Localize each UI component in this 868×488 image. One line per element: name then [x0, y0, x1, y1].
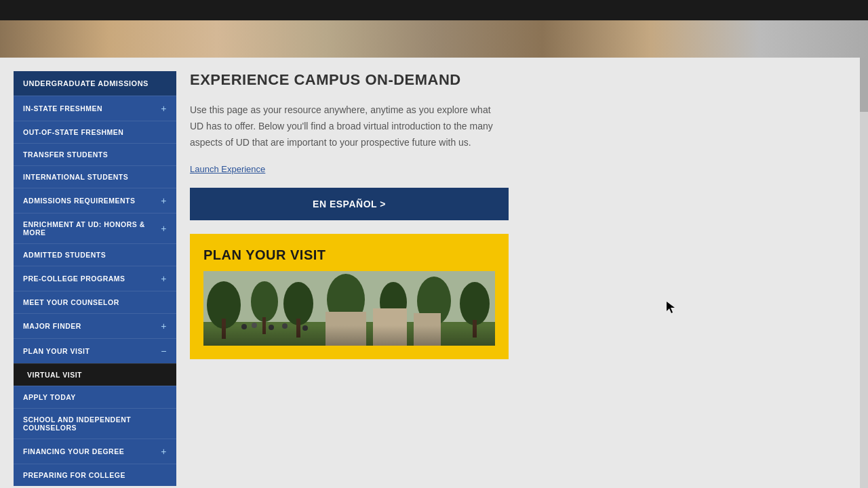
- sidebar-item-label: MAJOR FINDER: [23, 322, 81, 330]
- main-content: UNDERGRADUATE ADMISSIONS IN-STATE FRESHM…: [0, 58, 868, 488]
- sidebar-item-label: TRANSFER STUDENTS: [23, 150, 108, 159]
- sidebar-item-apply-today[interactable]: APPLY TODAY: [14, 386, 176, 408]
- sidebar: UNDERGRADUATE ADMISSIONS IN-STATE FRESHM…: [14, 71, 176, 488]
- sidebar-item-pre-college[interactable]: PRE-COLLEGE PROGRAMS +: [14, 266, 176, 291]
- scrollbar-thumb[interactable]: [860, 58, 868, 112]
- content-area: EXPERIENCE CAMPUS ON-DEMAND Use this pag…: [190, 71, 854, 488]
- minus-icon: −: [161, 346, 167, 357]
- sidebar-item-label: PLAN YOUR VISIT: [23, 347, 90, 355]
- svg-rect-25: [203, 271, 495, 346]
- sidebar-item-financing[interactable]: FINANCING YOUR DEGREE +: [14, 439, 176, 464]
- plus-icon: +: [161, 103, 167, 114]
- scrollbar[interactable]: [860, 58, 868, 488]
- sidebar-item-out-of-state-freshmen[interactable]: OUT-OF-STATE FRESHMEN: [14, 121, 176, 143]
- sidebar-item-enrichment[interactable]: ENRICHMENT AT UD: HONORS & MORE +: [14, 213, 176, 243]
- sidebar-item-label: PREPARING FOR COLLEGE: [23, 471, 125, 479]
- espanol-button[interactable]: EN ESPAÑOL >: [190, 188, 509, 220]
- sidebar-item-label: PRE-COLLEGE PROGRAMS: [23, 274, 125, 283]
- page-title: EXPERIENCE CAMPUS ON-DEMAND: [190, 71, 854, 89]
- header-image: [0, 20, 868, 58]
- sidebar-item-label: SCHOOL AND INDEPENDENT COUNSELORS: [23, 415, 167, 432]
- sidebar-item-transfer-students[interactable]: TRANSFER STUDENTS: [14, 143, 176, 165]
- sidebar-item-preparing[interactable]: PREPARING FOR COLLEGE: [14, 464, 176, 486]
- sidebar-item-label: APPLY TODAY: [23, 393, 76, 401]
- sidebar-item-label: ADMISSIONS REQUIREMENTS: [23, 197, 136, 205]
- sidebar-item-label: INTERNATIONAL STUDENTS: [23, 173, 128, 181]
- sidebar-item-in-state-freshmen[interactable]: IN-STATE FRESHMEN +: [14, 96, 176, 121]
- launch-experience-link[interactable]: Launch Experience: [190, 164, 854, 174]
- svg-point-24: [302, 325, 308, 331]
- plus-icon: +: [161, 223, 167, 234]
- svg-point-22: [269, 325, 274, 330]
- sidebar-item-label: OUT-OF-STATE FRESHMEN: [23, 128, 123, 136]
- sidebar-item-label: IN-STATE FRESHMEN: [23, 104, 102, 113]
- sidebar-item-major-finder[interactable]: MAJOR FINDER +: [14, 313, 176, 338]
- sidebar-title[interactable]: UNDERGRADUATE ADMISSIONS: [14, 71, 176, 96]
- sidebar-item-international-students[interactable]: INTERNATIONAL STUDENTS: [14, 165, 176, 188]
- plan-visit-title: PLAN YOUR VISIT: [203, 247, 495, 263]
- sidebar-item-school-counselors[interactable]: SCHOOL AND INDEPENDENT COUNSELORS: [14, 408, 176, 439]
- sidebar-item-label: ENRICHMENT AT UD: HONORS & MORE: [23, 220, 161, 237]
- sidebar-item-admissions-requirements[interactable]: ADMISSIONS REQUIREMENTS +: [14, 188, 176, 213]
- sidebar-item-plan-your-visit[interactable]: PLAN YOUR VISIT −: [14, 338, 176, 363]
- campus-image: [203, 271, 495, 346]
- plus-icon: +: [161, 321, 167, 331]
- sidebar-item-label: FINANCING YOUR DEGREE: [23, 447, 124, 455]
- sidebar-item-admitted-students[interactable]: ADMITTED STUDENTS: [14, 243, 176, 266]
- plan-visit-card: PLAN YOUR VISIT: [190, 234, 509, 359]
- svg-point-20: [241, 324, 247, 329]
- sidebar-item-label: ADMITTED STUDENTS: [23, 251, 106, 259]
- plus-icon: +: [161, 195, 167, 206]
- description-text: Use this page as your resource anywhere,…: [190, 102, 502, 150]
- sidebar-item-label: VIRTUAL VISIT: [27, 371, 82, 379]
- plus-icon: +: [161, 273, 167, 284]
- top-bar: [0, 0, 868, 20]
- sidebar-item-meet-counselor[interactable]: MEET YOUR COUNSELOR: [14, 291, 176, 313]
- sidebar-item-label: MEET YOUR COUNSELOR: [23, 298, 119, 306]
- plus-icon: +: [161, 446, 167, 457]
- svg-rect-2: [203, 322, 495, 346]
- sidebar-item-virtual-visit[interactable]: VIRTUAL VISIT: [14, 363, 176, 386]
